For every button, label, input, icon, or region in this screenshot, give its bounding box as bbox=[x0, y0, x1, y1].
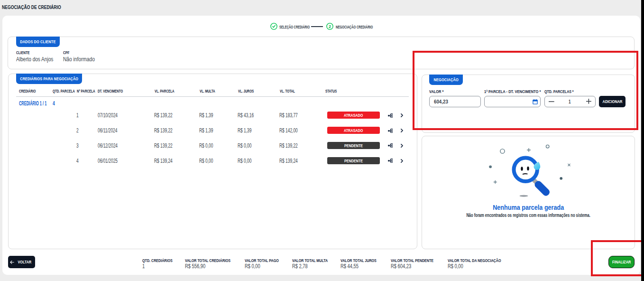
svg-text:2: 2 bbox=[329, 24, 331, 29]
